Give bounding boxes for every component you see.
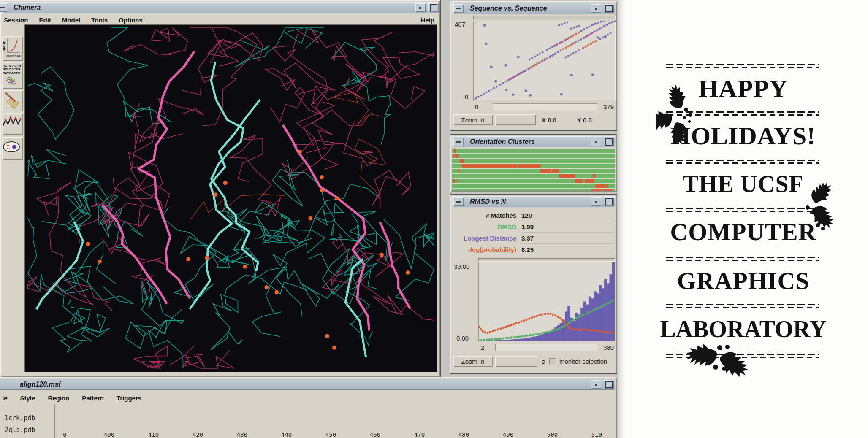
x-scrollbar-strip[interactable]: 0 379 — [473, 103, 616, 112]
rmsd-chart[interactable] — [478, 262, 615, 341]
zoom-in-button[interactable]: Zoom In — [453, 356, 493, 367]
x-scroll-trough[interactable] — [493, 103, 597, 111]
cluster-segment — [462, 164, 517, 168]
toolbar-button-sequence[interactable]: ACTG ACTG GTACACTG GATCACTG — [2, 62, 23, 89]
y-axis-min-label: 0.00 — [456, 335, 469, 342]
cluster-segment — [603, 189, 613, 191]
cluster-segment — [605, 184, 608, 188]
ruler-number: 450 — [326, 431, 336, 438]
cluster-segment — [460, 159, 462, 163]
toolbar-button-thumbnail[interactable] — [2, 137, 23, 160]
monitor-selection-checkbox[interactable] — [549, 358, 555, 364]
svg-text:Matches: Matches — [6, 54, 21, 58]
y-axis-min-label: 0 — [465, 93, 468, 100]
holly-sprig-icon — [796, 181, 842, 238]
decorative-rule — [666, 160, 819, 164]
x-coordinate-readout: X 0.0 — [542, 116, 556, 124]
sequence-alignment-icon: ACTG ACTG GTACACTG GATCACTG — [2, 62, 21, 87]
broom-icon — [2, 90, 21, 110]
seq-vs-seq-titlebar[interactable]: Sequence vs. Sequence — [452, 3, 615, 14]
window-title: Sequence vs. Sequence — [470, 5, 590, 12]
minimize-icon[interactable] — [591, 380, 601, 389]
ruler-number: 430 — [237, 431, 247, 438]
maximize-icon[interactable] — [604, 4, 614, 13]
y-axis-max-label: 467 — [455, 21, 465, 28]
maximize-icon[interactable] — [604, 138, 614, 146]
zoom-in-button[interactable]: Zoom In — [453, 114, 493, 125]
ruler-number: 420 — [193, 431, 203, 438]
menu-triggers[interactable]: Triggers — [117, 395, 141, 402]
sequence-name: 1crk.pdb — [5, 414, 35, 422]
menu-tools[interactable]: Tools — [91, 16, 108, 24]
zoom-out-button-disabled — [495, 114, 536, 125]
cluster-segment — [453, 154, 454, 158]
ruler-number: 510 — [591, 431, 602, 438]
ruler-number: 500 — [547, 431, 558, 438]
x-scrollbar-strip[interactable]: 2 380 — [478, 343, 615, 352]
toolbar-button-cleanup[interactable] — [2, 90, 23, 111]
x-scroll-trough[interactable] — [495, 344, 597, 351]
molecule-viewport[interactable] — [24, 24, 437, 372]
minimize-icon[interactable] — [415, 3, 426, 12]
menu-model[interactable]: Model — [62, 16, 80, 24]
stat-row: # Matches 120 — [453, 210, 614, 221]
alignment-titlebar[interactable]: align120.msf — [0, 379, 615, 390]
holly-sprig-icon — [681, 341, 757, 381]
cluster-row[interactable] — [452, 174, 615, 178]
x-axis-max-label: 379 — [603, 103, 614, 111]
menu-help[interactable]: Help — [420, 16, 434, 24]
minimize-icon[interactable] — [591, 197, 601, 206]
toolbar-button-backbone[interactable] — [2, 113, 23, 135]
cluster-row[interactable] — [452, 179, 615, 183]
menu-session[interactable]: Session — [4, 16, 28, 24]
ruler-number: 480 — [458, 431, 469, 438]
sequence-name-panel: 1crk.pdb 2gls.pdb — [0, 404, 55, 438]
window-menu-icon[interactable] — [453, 138, 464, 146]
window-menu-icon[interactable] — [453, 197, 464, 206]
menu-edit[interactable]: Edit — [39, 16, 51, 24]
minimize-icon[interactable] — [591, 138, 601, 146]
rmsd-vs-n-titlebar[interactable]: RMSD vs N — [452, 196, 615, 207]
cluster-row[interactable] — [452, 159, 615, 163]
svg-text:GTACACTG: GTACACTG — [3, 68, 20, 71]
maximize-icon[interactable] — [604, 197, 614, 206]
stat-row: RMSD 1.99 — [453, 221, 614, 233]
menu-pattern[interactable]: Pattern — [82, 395, 104, 402]
cluster-row[interactable] — [452, 189, 615, 191]
menu-region[interactable]: Region — [48, 395, 69, 402]
cluster-segment — [458, 169, 460, 173]
cluster-row[interactable] — [452, 169, 615, 173]
chimera-titlebar[interactable]: Chimera — [2, 2, 439, 13]
menu-options[interactable]: Options — [119, 16, 143, 24]
cluster-row[interactable] — [452, 149, 615, 153]
toolbar-button-rmsd-plot[interactable]: RMSD Matches — [2, 36, 23, 61]
ruler-number: 460 — [370, 431, 380, 438]
maximize-icon[interactable] — [604, 380, 614, 389]
window-menu-icon[interactable] — [0, 3, 7, 12]
cluster-row[interactable] — [452, 154, 615, 158]
maximize-icon[interactable] — [428, 3, 438, 12]
orientation-clusters-titlebar[interactable]: Orientation Clusters — [452, 136, 615, 147]
eye-icon — [2, 137, 21, 158]
holiday-card: HAPPY HOLIDAYS! THE UCSF COMPUTER GRAPHI… — [618, 0, 868, 438]
menu-style[interactable]: Style — [20, 395, 35, 402]
sequence-area[interactable]: 0400410420430440450460470480490500510WIN… — [0, 404, 615, 438]
cluster-segment — [559, 174, 570, 178]
rmsd-value: 1.99 — [521, 221, 614, 233]
cluster-row[interactable] — [452, 184, 615, 188]
cluster-rows[interactable] — [452, 149, 615, 191]
cluster-row[interactable] — [452, 164, 615, 168]
desktop: Chimera SessionEditModelToolsOptions Hel… — [0, 0, 868, 438]
stat-row: -log(probability) 8.25 — [453, 244, 614, 255]
cluster-segment — [454, 149, 456, 153]
card-line-graphics: GRAPHICS — [618, 267, 868, 295]
cluster-segment — [540, 169, 551, 173]
minimize-icon[interactable] — [591, 4, 601, 13]
plot-top-scrollbar[interactable] — [473, 16, 616, 19]
plot-top-scrollbar[interactable] — [478, 258, 615, 262]
window-menu-icon[interactable] — [453, 4, 464, 13]
decorative-rule — [666, 64, 819, 68]
alignment-menubar: leStyleRegionPatternTriggers — [2, 393, 141, 403]
menu-le[interactable]: le — [2, 395, 8, 402]
dot-plot[interactable] — [473, 21, 616, 100]
